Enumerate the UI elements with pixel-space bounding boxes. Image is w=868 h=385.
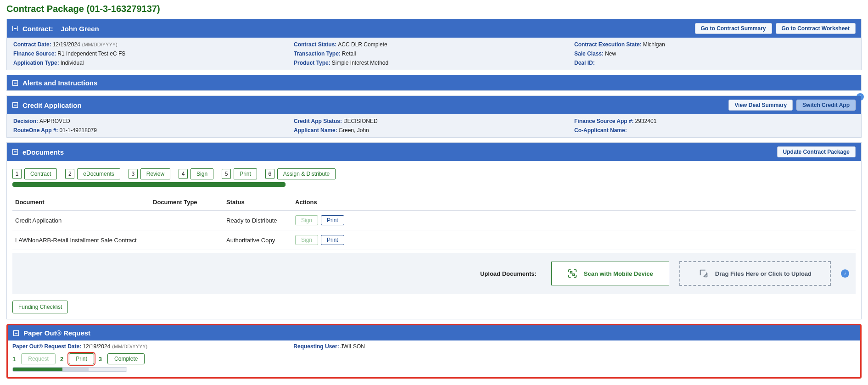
paper-out-date-value: 12/19/2024 <box>83 343 110 350</box>
step-number: 3 <box>129 169 138 179</box>
step-number: 4 <box>179 169 188 179</box>
paper-out-highlight: Paper Out® Request Paper Out® Request Da… <box>6 324 862 379</box>
finance-source-label: Finance Source: <box>13 50 56 57</box>
scan-with-mobile-label: Scan with Mobile Device <box>584 270 653 277</box>
decision-label: Decision: <box>13 118 38 124</box>
step-contract-button[interactable]: Contract <box>24 168 57 179</box>
step-assign-distribute-button[interactable]: Assign & Distribute <box>277 168 336 179</box>
credit-app-panel-body: Decision:APPROVED RouteOne App #:01-1-49… <box>7 114 861 137</box>
contract-panel-body: Contract Date:12/19/2024(MM/DD/YYYY) Fin… <box>7 38 861 70</box>
print-button[interactable]: Print <box>321 235 344 245</box>
print-button[interactable]: Print <box>321 215 344 225</box>
table-row: LAWNonARB-Retail Installment Sale Contra… <box>12 230 856 250</box>
edocuments-title: eDocuments <box>22 148 64 156</box>
requesting-user-label: Requesting User: <box>293 343 339 350</box>
step-edocuments-button[interactable]: eDocuments <box>77 168 120 179</box>
alerts-title: Alerts and Instructions <box>22 79 97 87</box>
contract-date-value: 12/19/2024 <box>53 41 80 48</box>
credit-app-title: Credit Application <box>22 101 82 109</box>
paper-out-date-label: Paper Out® Request Date: <box>12 343 81 350</box>
col-document: Document <box>15 199 153 206</box>
applicant-name-value: Green, John <box>339 127 369 134</box>
contract-title-name: John Green <box>61 25 99 33</box>
step-print-button[interactable]: Print <box>234 168 257 179</box>
step-number: 2 <box>65 169 74 179</box>
product-type-value: Simple Interest Method <box>332 60 388 66</box>
paper-out-title: Paper Out® Request <box>23 329 90 337</box>
collapse-icon[interactable] <box>12 149 18 155</box>
finance-source-app-value: 2932401 <box>635 118 657 124</box>
page-title: Contract Package (01-3-163279137) <box>6 4 862 14</box>
collapse-icon[interactable] <box>12 102 18 108</box>
drag-files-label: Drag Files Here or Click to Upload <box>715 270 812 277</box>
deal-id-label: Deal ID: <box>574 60 595 66</box>
drag-files-dropzone[interactable]: Drag Files Here or Click to Upload <box>679 261 831 286</box>
transaction-type-label: Transaction Type: <box>294 50 341 57</box>
paper-out-steps: 1 Request 2 Print 3 Complete <box>12 353 856 364</box>
co-applicant-name-label: Co-Applicant Name: <box>574 127 627 134</box>
funding-checklist-button[interactable]: Funding Checklist <box>12 301 68 313</box>
edoc-steps-row: 1Contract 2eDocuments 3Review 4Sign 5Pri… <box>12 168 856 179</box>
po-step-number: 2 <box>60 356 63 363</box>
upload-documents-row: Upload Documents: Scan with Mobile Devic… <box>12 253 856 294</box>
col-actions: Actions <box>295 199 853 206</box>
po-request-button[interactable]: Request <box>21 353 56 364</box>
edocuments-panel-body: 1Contract 2eDocuments 3Review 4Sign 5Pri… <box>7 161 861 319</box>
switch-credit-app-button[interactable]: Switch Credit App <box>796 100 856 111</box>
doc-name: Credit Application <box>15 217 153 224</box>
finance-source-app-label: Finance Source App #: <box>574 118 634 124</box>
contract-status-label: Contract Status: <box>294 41 336 48</box>
sign-button[interactable]: Sign <box>295 215 318 225</box>
applicant-name-label: Applicant Name: <box>294 127 337 134</box>
paper-out-progress-bar <box>12 367 127 372</box>
contract-panel-header: Contract: John Green Go to Contract Summ… <box>7 19 861 38</box>
step-review-button[interactable]: Review <box>140 168 170 179</box>
credit-app-status-label: Credit App Status: <box>294 118 342 124</box>
edoc-progress-bar <box>12 182 286 187</box>
doc-status: Authoritative Copy <box>226 237 295 244</box>
credit-app-panel-header: Credit Application View Deal Summary Swi… <box>7 96 861 114</box>
po-step-number: 3 <box>99 356 102 363</box>
step-sign-button[interactable]: Sign <box>190 168 213 179</box>
documents-table: Document Document Type Status Actions Cr… <box>12 194 856 250</box>
documents-table-header: Document Document Type Status Actions <box>12 194 856 211</box>
credit-app-status-value: DECISIONED <box>343 118 378 124</box>
alerts-panel-header: Alerts and Instructions <box>7 75 861 90</box>
table-row: Credit Application Ready to Distribute S… <box>12 211 856 230</box>
finance-source-value: R1 Independent Test eC FS <box>57 50 125 57</box>
decision-value: APPROVED <box>39 118 70 124</box>
product-type-label: Product Type: <box>294 60 330 66</box>
contract-date-label: Contract Date: <box>13 41 51 48</box>
routeone-app-value: 01-1-49218079 <box>60 127 97 134</box>
view-deal-summary-button[interactable]: View Deal Summary <box>728 100 793 111</box>
paper-out-panel-body: Paper Out® Request Date:12/19/2024(MM/DD… <box>8 340 860 374</box>
po-complete-button[interactable]: Complete <box>107 353 145 364</box>
edocuments-panel-header: eDocuments Update Contract Package <box>7 143 861 161</box>
execution-state-label: Contract Execution State: <box>574 41 642 48</box>
edocuments-panel: eDocuments Update Contract Package 1Cont… <box>6 142 862 319</box>
col-status: Status <box>226 199 295 206</box>
sign-button[interactable]: Sign <box>295 235 318 245</box>
doc-name: LAWNonARB-Retail Installment Sale Contra… <box>15 237 153 244</box>
credit-app-panel: i Credit Application View Deal Summary S… <box>6 95 862 138</box>
contract-panel: Contract: John Green Go to Contract Summ… <box>6 19 862 70</box>
requesting-user-value: JWILSON <box>341 343 365 350</box>
update-contract-package-button[interactable]: Update Contract Package <box>777 146 856 157</box>
collapse-icon[interactable] <box>12 26 18 31</box>
transaction-type-value: Retail <box>342 50 356 57</box>
application-type-value: Individual <box>61 60 84 66</box>
upload-documents-label: Upload Documents: <box>480 270 537 277</box>
info-icon[interactable]: i <box>841 269 849 278</box>
go-to-contract-summary-button[interactable]: Go to Contract Summary <box>695 23 772 34</box>
sale-class-label: Sale Class: <box>574 50 604 57</box>
sale-class-value: New <box>605 50 616 57</box>
collapse-icon[interactable] <box>12 80 18 86</box>
contract-title-prefix: Contract: <box>22 25 53 33</box>
collapse-icon[interactable] <box>13 330 19 336</box>
scan-with-mobile-button[interactable]: Scan with Mobile Device <box>551 262 669 285</box>
step-number: 5 <box>222 169 231 179</box>
po-print-button[interactable]: Print <box>69 353 94 364</box>
paper-out-date-hint: (MM/DD/YYYY) <box>112 344 147 349</box>
contract-status-value: ACC DLR Complete <box>338 41 387 48</box>
go-to-contract-worksheet-button[interactable]: Go to Contract Worksheet <box>776 23 856 34</box>
